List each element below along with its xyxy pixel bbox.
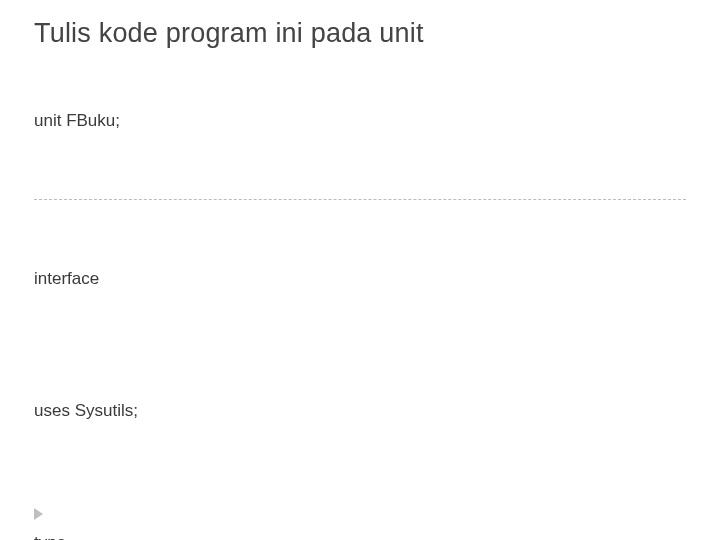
divider <box>34 199 686 200</box>
code-block: unit FBuku; interface uses Sysutils; typ… <box>34 55 686 540</box>
slide: Tulis kode program ini pada unit unit FB… <box>0 0 720 540</box>
code-line: type <box>34 530 686 540</box>
code-line: interface <box>34 266 686 292</box>
bullet-arrow-icon <box>34 508 43 520</box>
code-line: uses Sysutils; <box>34 398 686 424</box>
slide-title: Tulis kode program ini pada unit <box>34 18 686 49</box>
code-line: unit FBuku; <box>34 108 686 134</box>
